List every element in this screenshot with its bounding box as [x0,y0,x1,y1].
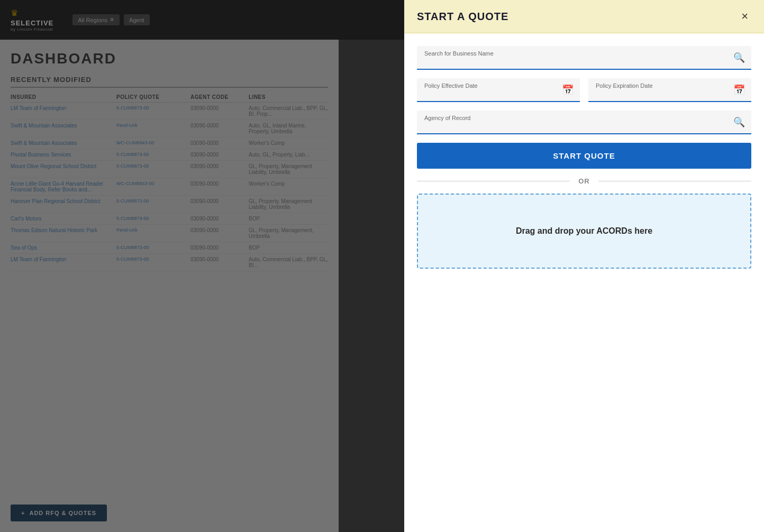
business-name-label: Search for Business Name [424,50,494,57]
modal-body: Search for Business Name 🔍 Policy Effect… [404,33,764,532]
agency-label: Agency of Record [424,115,470,121]
calendar-icon-effective[interactable]: 📅 [562,84,574,96]
modal-header: START A QUOTE × [404,0,764,33]
agency-search-icon: 🔍 [733,116,745,128]
drag-drop-label: Drag and drop your ACORDs here [516,226,652,236]
date-row: Policy Effective Date 📅 Policy Expiratio… [417,78,751,102]
drag-drop-zone[interactable]: Drag and drop your ACORDs here [417,194,751,269]
expiration-date-label: Policy Expiration Date [596,82,653,89]
start-quote-modal: START A QUOTE × Search for Business Name… [404,0,764,532]
business-name-field: Search for Business Name 🔍 [417,46,751,70]
search-icon: 🔍 [733,52,745,63]
effective-date-label: Policy Effective Date [424,82,478,89]
expiration-date-field: Policy Expiration Date 📅 [588,78,751,102]
modal-title: START A QUOTE [417,11,508,23]
or-label: OR [578,177,590,185]
agency-field: Agency of Record 🔍 [417,111,751,134]
calendar-icon-expiration[interactable]: 📅 [733,84,745,96]
effective-date-field: Policy Effective Date 📅 [417,78,580,102]
close-icon: × [741,10,748,23]
start-quote-button[interactable]: START QUOTE [417,143,751,169]
or-divider: OR [417,177,751,185]
start-quote-label: START QUOTE [553,151,615,160]
modal-close-button[interactable]: × [738,10,751,23]
